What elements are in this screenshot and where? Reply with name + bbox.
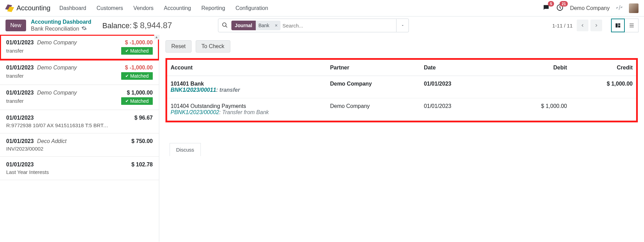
breadcrumb-parent[interactable]: Accounting Dashboard — [31, 19, 91, 25]
table-row[interactable]: 101404 Outstanding PaymentsPBNK1/2023/00… — [167, 98, 636, 120]
activities-badge: 21 — [560, 1, 568, 7]
cell-debit: $ 1,000.00 — [505, 98, 571, 120]
gear-icon[interactable] — [81, 25, 87, 33]
line-description: transfer — [6, 98, 24, 104]
nav-menu: Dashboard Customers Vendors Accounting R… — [59, 5, 268, 11]
svg-point-1 — [222, 23, 226, 26]
cell-credit — [571, 98, 636, 120]
cell-partner: Demo Company — [326, 76, 420, 98]
detail-toolbar: Reset To Check — [159, 35, 644, 58]
col-date: Date — [421, 60, 505, 76]
pager-text[interactable]: 1-11 / 11 — [552, 23, 573, 29]
cell-reference[interactable]: PBNK1/2023/00002 — [171, 109, 219, 115]
messages-icon[interactable]: 5 — [542, 4, 550, 12]
line-partner: Demo Company — [37, 40, 77, 46]
table-row[interactable]: 101401 BankBNK1/2023/00011: transferDemo… — [167, 76, 636, 98]
cell-reference-desc: : Transfer from Bank — [219, 109, 269, 115]
line-amount: $ 96.67 — [135, 115, 153, 121]
balance: Balance: $ 8,944.87 — [102, 21, 172, 30]
line-description: transfer — [6, 48, 24, 54]
cell-credit: $ 1,000.00 — [571, 76, 636, 98]
line-amount: $ -1,000.00 — [125, 40, 153, 46]
cell-date: 01/01/2023 — [421, 76, 505, 98]
new-button[interactable]: New — [5, 20, 26, 31]
cell-reference[interactable]: BNK1/2023/00011 — [171, 87, 216, 93]
search-facet-journal: Journal Bank × — [231, 21, 280, 30]
statement-line[interactable]: 01/01/2023$ 102.78Last Year Interests — [0, 157, 159, 180]
matched-badge[interactable]: Matched — [121, 47, 153, 55]
col-partner: Partner — [326, 60, 420, 76]
facet-value: Bank — [256, 21, 272, 30]
line-date: 01/01/2023 — [6, 115, 34, 121]
statement-line[interactable]: 01/01/2023Demo Company$ -1,000.00transfe… — [0, 60, 159, 85]
statement-list[interactable]: ▲ 01/01/2023Demo Company$ -1,000.00trans… — [0, 35, 159, 242]
top-nav: Accounting Dashboard Customers Vendors A… — [0, 0, 644, 16]
nav-vendors[interactable]: Vendors — [134, 5, 154, 11]
line-description: transfer — [6, 73, 24, 79]
statement-line[interactable]: 01/01/2023Demo Company$ 1,000.00transfer… — [0, 85, 159, 110]
col-debit: Debit — [505, 60, 571, 76]
svg-rect-2 — [616, 23, 618, 28]
cell-partner: Demo Company — [326, 98, 420, 120]
view-switcher — [611, 19, 639, 32]
pager-next-icon[interactable] — [590, 20, 602, 31]
view-list-icon[interactable] — [625, 19, 639, 32]
journal-entries-table: Account Partner Date Debit Credit 101401… — [165, 58, 638, 122]
statement-line[interactable]: 01/01/2023Demo Company$ -1,000.00transfe… — [0, 35, 159, 60]
tab-discuss[interactable]: Discuss — [170, 143, 201, 156]
col-credit: Credit — [571, 60, 636, 76]
nav-reporting[interactable]: Reporting — [202, 5, 225, 11]
svg-rect-4 — [618, 25, 620, 28]
line-amount: $ 102.78 — [131, 162, 153, 168]
line-amount: $ -1,000.00 — [125, 65, 153, 71]
nav-configuration[interactable]: Configuration — [235, 5, 268, 11]
line-description: Last Year Interests — [6, 169, 49, 175]
statement-line[interactable]: 01/01/2023Deco Addict$ 750.00INV/2023/00… — [0, 133, 159, 157]
balance-label: Balance: — [102, 21, 132, 30]
search-icon — [218, 22, 231, 29]
app-logo[interactable] — [5, 4, 14, 12]
nav-customers[interactable]: Customers — [96, 5, 123, 11]
systray: 5 21 Demo Company — [542, 3, 639, 13]
cell-date: 01/01/2023 — [421, 98, 505, 120]
nav-accounting[interactable]: Accounting — [164, 5, 191, 11]
nav-dashboard[interactable]: Dashboard — [59, 5, 86, 11]
activities-icon[interactable]: 21 — [556, 4, 564, 12]
facet-key: Journal — [231, 21, 256, 30]
cell-debit — [505, 76, 571, 98]
view-kanban-icon[interactable] — [611, 19, 625, 32]
app-brand[interactable]: Accounting — [16, 4, 50, 12]
line-date: 01/01/2023 — [6, 40, 34, 46]
cell-reference-desc: : transfer — [216, 87, 240, 93]
statement-line[interactable]: 01/01/2023$ 96.67R:9772938 10/07 AX 9415… — [0, 110, 159, 133]
cell-account: 101401 Bank — [171, 81, 323, 87]
line-partner: Demo Company — [37, 90, 77, 96]
facet-remove-icon[interactable]: × — [272, 21, 280, 30]
main-area: ▲ 01/01/2023Demo Company$ -1,000.00trans… — [0, 35, 644, 242]
line-date: 01/01/2023 — [6, 90, 34, 96]
cell-account: 101404 Outstanding Payments — [171, 103, 323, 109]
balance-value: $ 8,944.87 — [133, 21, 172, 30]
search-box[interactable]: Journal Bank × — [218, 19, 396, 32]
line-description: R:9772938 10/07 AX 9415116318 T:5 BRT: 1… — [6, 122, 109, 128]
company-selector[interactable]: Demo Company — [570, 5, 610, 11]
svg-rect-3 — [618, 23, 620, 25]
matched-badge[interactable]: Matched — [121, 97, 153, 105]
pager-prev-icon[interactable] — [577, 20, 588, 31]
line-partner: Demo Company — [37, 65, 77, 71]
matched-badge[interactable]: Matched — [121, 72, 153, 80]
line-partner: Deco Addict — [37, 138, 67, 144]
scroll-up-icon[interactable]: ▲ — [154, 35, 159, 40]
to-check-button[interactable]: To Check — [196, 40, 230, 53]
debug-icon[interactable] — [616, 4, 623, 12]
search-options-dropdown[interactable] — [396, 19, 409, 32]
detail-panel: Reset To Check Account Partner Date Debi… — [159, 35, 644, 242]
line-date: 01/01/2023 — [6, 65, 34, 71]
messages-badge: 5 — [548, 1, 554, 7]
breadcrumb: Accounting Dashboard Bank Reconciliation — [31, 19, 91, 33]
line-amount: $ 750.00 — [131, 138, 153, 144]
line-date: 01/01/2023 — [6, 162, 34, 168]
user-avatar[interactable] — [629, 3, 639, 13]
reset-button[interactable]: Reset — [165, 40, 192, 53]
search-input[interactable] — [283, 23, 396, 29]
